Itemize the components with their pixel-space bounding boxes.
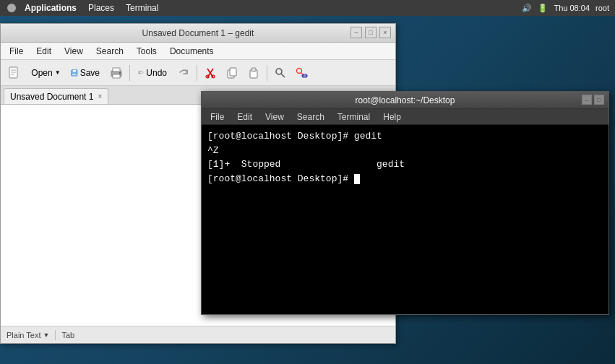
user-label: root — [595, 4, 609, 12]
gedit-documents-menu[interactable]: Documents — [164, 45, 220, 58]
terminal-title: root@localhost:~/Desktop — [356, 95, 455, 105]
terminal-line-1: [root@localhost Desktop]# gedit — [207, 129, 603, 144]
toolbar-sep-2 — [197, 65, 197, 81]
terminal-content[interactable]: [root@localhost Desktop]# gedit ^Z [1]+ … — [202, 125, 608, 314]
save-label: Save — [80, 68, 100, 78]
plain-text-label: Plain Text — [7, 331, 41, 339]
print-button[interactable] — [106, 63, 126, 83]
gedit-tools-menu[interactable]: Tools — [131, 45, 163, 58]
terminal-search-menu[interactable]: Search — [291, 110, 330, 124]
system-bar: Applications Places Terminal 🔊 🔋 Thu 08:… — [0, 0, 615, 16]
gedit-titlebar: Unsaved Document 1 – gedit – □ × — [1, 24, 395, 43]
terminal-maximize-button[interactable]: □ — [594, 95, 604, 105]
gedit-title: Unsaved Document 1 – gedit — [142, 28, 254, 38]
terminal-file-menu[interactable]: File — [205, 110, 230, 124]
desktop: Unsaved Document 1 – gedit – □ × File Ed… — [0, 16, 615, 364]
places-menu[interactable]: Places — [84, 3, 119, 13]
gedit-window-controls: – □ × — [350, 27, 391, 38]
language-selector[interactable]: Plain Text ▼ — [7, 331, 49, 339]
gedit-file-menu[interactable]: File — [4, 45, 29, 58]
terminal-menubar: File Edit View Search Terminal Help — [202, 109, 608, 125]
gedit-menubar: File Edit View Search Tools Documents — [1, 43, 395, 60]
svg-line-21 — [281, 74, 285, 77]
undo-button[interactable]: Undo — [133, 63, 172, 83]
gedit-statusbar: Plain Text ▼ Tab — [1, 326, 395, 343]
svg-rect-10 — [113, 74, 120, 78]
terminal-terminal-menu[interactable]: Terminal — [332, 110, 376, 124]
battery-icon: 🔋 — [538, 4, 548, 13]
copy-button[interactable] — [222, 63, 242, 83]
terminal-cursor — [354, 174, 360, 184]
terminal-minimize-button[interactable]: – — [582, 95, 592, 105]
language-dropdown-arrow[interactable]: ▼ — [43, 332, 50, 339]
open-label: Open — [31, 68, 52, 78]
svg-rect-6 — [72, 69, 76, 72]
terminal-line-4: [root@localhost Desktop]# — [207, 172, 603, 186]
svg-rect-9 — [113, 68, 120, 72]
redo-button[interactable] — [173, 63, 194, 83]
gedit-tab-unsaved[interactable]: Unsaved Document 1 × — [4, 88, 108, 104]
open-button[interactable]: Open ▼ — [25, 63, 64, 83]
tab-mode[interactable]: Tab — [61, 331, 74, 339]
find-button[interactable] — [270, 63, 291, 83]
applications-menu[interactable]: Applications — [20, 3, 81, 13]
gedit-tab-label: Unsaved Document 1 — [10, 92, 93, 102]
new-document-button[interactable] — [4, 63, 24, 83]
gedit-close-button[interactable]: × — [379, 27, 391, 38]
svg-point-22 — [297, 68, 302, 73]
terminal-edit-menu[interactable]: Edit — [231, 110, 258, 124]
svg-point-0 — [7, 4, 16, 12]
svg-rect-17 — [230, 68, 236, 76]
toolbar-sep-1 — [129, 65, 130, 81]
system-bar-left: Applications Places Terminal — [6, 2, 163, 14]
tab-label: Tab — [61, 331, 74, 339]
gedit-view-menu[interactable]: View — [59, 45, 89, 58]
gedit-edit-menu[interactable]: Edit — [30, 45, 57, 58]
terminal-line-2: ^Z — [207, 144, 603, 158]
gedit-search-menu[interactable]: Search — [90, 45, 129, 58]
terminal-window: root@localhost:~/Desktop – □ File Edit V… — [201, 91, 609, 315]
gedit-minimize-button[interactable]: – — [350, 27, 362, 38]
gedit-tab-close-button[interactable]: × — [98, 92, 102, 100]
open-dropdown-arrow[interactable]: ▼ — [55, 69, 61, 76]
gedit-maximize-button[interactable]: □ — [365, 27, 377, 38]
svg-rect-7 — [72, 73, 77, 75]
gedit-toolbar: Open ▼ Save — [1, 60, 395, 86]
cut-button[interactable] — [200, 63, 220, 83]
svg-point-20 — [276, 69, 282, 74]
terminal-line-3: [1]+ Stopped gedit — [207, 157, 603, 172]
svg-point-11 — [119, 72, 121, 74]
save-button[interactable]: Save — [66, 63, 105, 83]
apple-icon[interactable] — [6, 2, 17, 14]
toolbar-sep-3 — [267, 65, 267, 81]
paste-button[interactable] — [244, 63, 264, 83]
terminal-titlebar: root@localhost:~/Desktop – □ — [202, 92, 608, 109]
terminal-window-controls: – □ — [582, 95, 604, 105]
undo-label: Undo — [146, 68, 167, 78]
statusbar-sep — [55, 330, 56, 340]
volume-icon: 🔊 — [522, 4, 532, 13]
terminal-menu[interactable]: Terminal — [121, 3, 163, 13]
clock: Thu 08:04 — [554, 4, 590, 12]
system-bar-right: 🔊 🔋 Thu 08:04 root — [522, 4, 609, 13]
find-replace-button[interactable] — [292, 63, 312, 83]
terminal-help-menu[interactable]: Help — [377, 110, 407, 124]
terminal-view-menu[interactable]: View — [259, 110, 290, 124]
svg-rect-19 — [251, 68, 256, 72]
